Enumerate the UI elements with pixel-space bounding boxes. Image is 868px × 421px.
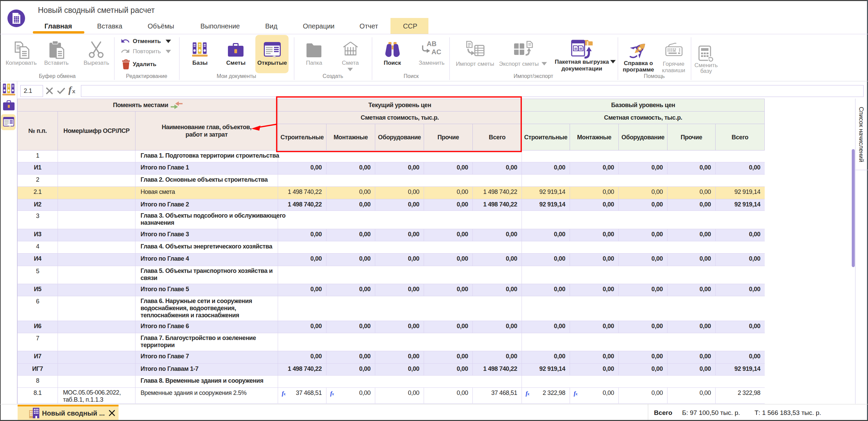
svg-text:AB: AB (427, 40, 437, 47)
svg-text:AC: AC (431, 48, 441, 56)
